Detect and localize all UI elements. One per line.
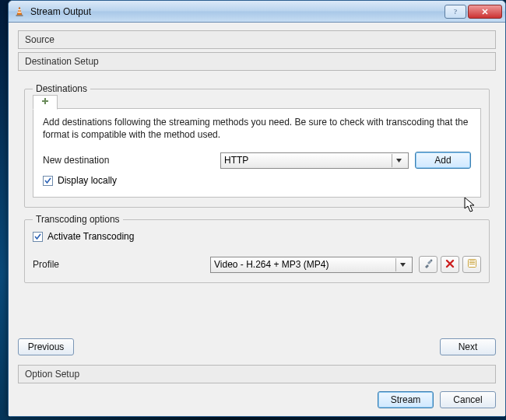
save-icon (467, 258, 477, 271)
profile-value: Video - H.264 + MP3 (MP4) (214, 259, 395, 270)
svg-rect-11 (469, 261, 475, 261)
svg-rect-13 (469, 264, 475, 264)
svg-rect-1 (18, 9, 21, 10)
cancel-button[interactable]: Cancel (440, 391, 496, 408)
display-locally-label: Display locally (58, 175, 117, 186)
transcoding-legend: Transcoding options (33, 214, 123, 225)
wizard-nav: Previous Next (18, 338, 496, 355)
profile-toolbar (419, 256, 481, 273)
svg-text:?: ? (454, 8, 457, 16)
new-destination-label: New destination (43, 155, 214, 166)
activate-transcoding-checkbox[interactable]: Activate Transcoding (33, 231, 481, 242)
svg-rect-12 (469, 262, 475, 263)
dialog-footer: Stream Cancel (18, 391, 496, 408)
svg-rect-2 (17, 12, 21, 12)
destinations-legend: Destinations (33, 83, 90, 94)
svg-marker-7 (396, 159, 402, 163)
edit-profile-button[interactable] (419, 256, 437, 273)
new-profile-button[interactable] (462, 256, 481, 273)
chevron-down-icon (392, 154, 405, 167)
checkbox-icon (43, 176, 53, 186)
tools-icon (423, 258, 434, 271)
svg-marker-0 (17, 7, 22, 15)
vlc-cone-icon (13, 5, 26, 18)
window-buttons: ? (445, 5, 502, 19)
destination-setup-body: Destinations Add destinations following … (18, 74, 496, 294)
new-destination-select[interactable]: HTTP (220, 152, 409, 169)
close-button[interactable] (468, 5, 502, 19)
profile-select[interactable]: Video - H.264 + MP3 (MP4) (210, 257, 413, 273)
svg-rect-3 (16, 15, 23, 16)
stream-output-window: Stream Output ? Source Destination Setup… (8, 0, 506, 417)
client-area: Source Destination Setup Destinations Ad (9, 23, 505, 416)
add-button[interactable]: Add (415, 152, 471, 169)
titlebar: Stream Output ? (9, 1, 505, 23)
section-destination-setup[interactable]: Destination Setup (18, 52, 496, 71)
stream-button[interactable]: Stream (378, 391, 434, 408)
svg-rect-6 (42, 100, 48, 102)
next-button[interactable]: Next (440, 338, 496, 355)
transcoding-group: Transcoding options Activate Transcoding… (24, 214, 490, 283)
new-destination-value: HTTP (224, 155, 392, 166)
svg-marker-8 (400, 263, 406, 267)
delete-icon (445, 259, 455, 271)
delete-profile-button[interactable] (441, 256, 459, 273)
previous-button[interactable]: Previous (18, 338, 74, 355)
destinations-help-text: Add destinations following the streaming… (43, 117, 471, 141)
help-button[interactable]: ? (445, 5, 466, 19)
display-locally-checkbox[interactable]: Display locally (43, 175, 471, 186)
plus-icon (40, 96, 50, 108)
checkbox-icon (33, 232, 43, 242)
activate-transcoding-label: Activate Transcoding (47, 231, 134, 242)
profile-label: Profile (33, 259, 204, 270)
section-option-setup[interactable]: Option Setup (18, 365, 496, 383)
section-source[interactable]: Source (18, 30, 496, 49)
destinations-tabbox: Add destinations following the streaming… (33, 108, 481, 198)
chevron-down-icon (395, 258, 409, 271)
add-destination-tab[interactable] (33, 95, 58, 110)
window-title: Stream Output (30, 6, 91, 17)
destinations-group: Destinations Add destinations following … (24, 83, 490, 208)
svg-point-9 (430, 259, 433, 261)
